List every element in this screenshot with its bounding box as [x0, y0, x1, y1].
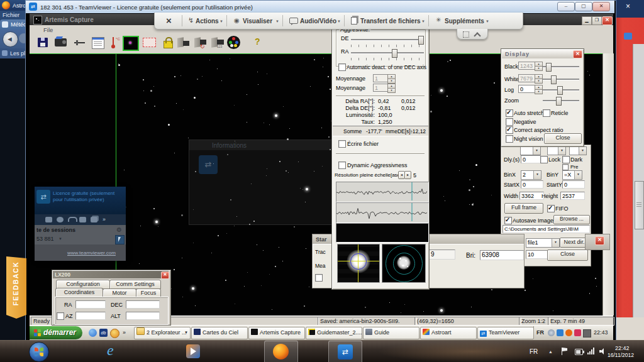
taskbar-button-teamviewer[interactable]: ⇄TeamViewer	[477, 327, 534, 339]
firefox-close-icon[interactable]: ×	[626, 3, 630, 10]
battery-icon[interactable]	[575, 349, 583, 355]
teamviewer-link[interactable]: www.teamviewer.com	[67, 251, 116, 256]
taskbar-button-explorateur[interactable]: 2 Explorateur ...▼	[134, 327, 191, 339]
save-button[interactable]	[35, 36, 52, 52]
loop-sequence-button[interactable]: 123	[210, 36, 226, 52]
startx-field[interactable]: 0	[521, 180, 543, 189]
video-icon[interactable]	[45, 217, 52, 222]
starty-field[interactable]: 0	[562, 180, 585, 189]
action-center-flag-icon[interactable]	[562, 348, 568, 355]
loop-exposure-button[interactable]	[176, 36, 192, 52]
tray-icon-5[interactable]	[583, 329, 591, 337]
fullscreen-icon[interactable]	[463, 31, 469, 38]
visualiser-menu[interactable]: Visualiser	[243, 18, 272, 25]
tray-icon-1[interactable]	[548, 329, 555, 336]
height-field[interactable]: 2537	[560, 192, 585, 200]
lx200-ra-field[interactable]	[75, 300, 106, 309]
firefox-back-button[interactable]: ◄	[3, 31, 18, 47]
display-close-button[interactable]: ✕	[573, 50, 582, 58]
star-close-button[interactable]: ✕	[595, 236, 604, 245]
black-slider-thumb[interactable]	[546, 63, 552, 72]
close-button[interactable]: ✕	[592, 2, 610, 11]
taskbar-button-artemis[interactable]: Artemis Capture	[248, 327, 305, 339]
lx200-close-button[interactable]: ✕	[161, 272, 169, 279]
autosave-checkbox[interactable]	[504, 217, 512, 224]
dynamic-aggressivness-checkbox[interactable]	[338, 162, 346, 169]
transfert-menu[interactable]: Transfert de fichiers	[360, 18, 421, 25]
taskbar-button-astroart[interactable]: Astroart	[420, 327, 477, 339]
camera-close-button[interactable]: Close	[547, 250, 588, 261]
session-close-icon[interactable]: ×	[166, 16, 172, 25]
firefox-taskbar-button[interactable]	[264, 341, 298, 362]
slider-tool-button[interactable]	[72, 36, 89, 52]
artemis-close-button[interactable]: ✕	[602, 16, 613, 25]
lx200-tab-comm-settings[interactable]: Comm Settings	[109, 280, 161, 289]
actions-menu[interactable]: Actions	[196, 18, 219, 25]
filetransfer-icon[interactable]	[91, 217, 97, 222]
teamviewer-titlebar[interactable]: ⇄ 182 301 453 - TeamViewer - Licence gra…	[26, 1, 614, 13]
taskbar-button-guide[interactable]: Guide	[363, 327, 419, 339]
xp-tray-lang[interactable]: FR	[536, 330, 544, 336]
lx200-titlebar[interactable]: LX200 ✕	[53, 271, 169, 278]
tray-show-hidden-icon[interactable]: ▲	[548, 349, 553, 354]
browse-button[interactable]: Browse ...	[553, 215, 590, 224]
taskbar-button-guidemaster[interactable]: Guidemaster_2....	[306, 327, 362, 339]
lx200-alt-field[interactable]	[126, 312, 160, 320]
image-vscrollbar[interactable]	[602, 53, 614, 315]
quicklaunch-more[interactable]: »	[123, 330, 126, 336]
de-slider-thumb[interactable]	[418, 36, 424, 45]
lx200-az-field[interactable]	[75, 312, 106, 320]
minimize-button[interactable]: –	[557, 2, 575, 11]
ie-taskbar-icon[interactable]: e	[107, 343, 114, 358]
xp-start-button[interactable]: démarrer	[30, 326, 82, 339]
artemis-restore-button[interactable]: ❐	[592, 16, 602, 25]
tray-icon-4[interactable]	[574, 329, 581, 336]
partial-combo-2[interactable]: ▼	[547, 146, 566, 155]
biny-combo[interactable]: =X▼	[562, 170, 582, 180]
pre-checkbox[interactable]	[562, 164, 569, 170]
night-vision-checkbox[interactable]	[506, 135, 513, 143]
reticle-checkbox[interactable]	[543, 109, 550, 117]
negative-checkbox[interactable]	[506, 118, 513, 126]
correct-aspect-checkbox[interactable]	[506, 126, 513, 134]
white-slider-thumb[interactable]	[551, 75, 557, 84]
binx-combo[interactable]: 2▼	[521, 170, 541, 180]
teamviewer-taskbar-button[interactable]: ⇄	[328, 341, 362, 362]
panel-gear-icon[interactable]: ⚙	[116, 227, 122, 233]
feedback-ribbon[interactable]: FEEDBACK	[6, 256, 26, 319]
dly-field[interactable]: 0	[521, 155, 541, 163]
ecrire-fichier-checkbox[interactable]	[338, 140, 346, 148]
dark-checkbox[interactable]	[562, 156, 570, 163]
session-id[interactable]: 53 881	[36, 236, 54, 242]
artemis-minimize-button[interactable]: ▁	[582, 16, 592, 25]
count-field[interactable]: 10	[526, 250, 548, 259]
width-field[interactable]: 3362	[519, 192, 544, 200]
camera-settings-button[interactable]	[53, 36, 70, 52]
capture-list-button[interactable]	[90, 36, 106, 52]
scrollbar-thumb[interactable]	[635, 181, 644, 229]
help-button[interactable]: ?	[251, 36, 267, 52]
tray-icon-3[interactable]	[565, 329, 572, 336]
file-combo[interactable]: file1▼	[526, 238, 560, 248]
lock-checkbox[interactable]	[540, 156, 548, 163]
lock-button[interactable]	[160, 35, 177, 51]
panel-more-icon[interactable]: »	[103, 217, 106, 222]
chat-icon[interactable]	[79, 217, 86, 222]
tray-icon-2[interactable]	[557, 329, 564, 336]
display-titlebar[interactable]: Display ✕	[502, 50, 582, 58]
de-slider[interactable]	[351, 39, 424, 40]
auto-deact-checkbox[interactable]	[338, 63, 346, 71]
ra-slider[interactable]	[351, 52, 424, 53]
page-scrollbar[interactable]	[633, 44, 644, 317]
firefox-menu-fichier[interactable]: Fichier	[3, 13, 19, 18]
taskbar-button-cartes-du-ciel[interactable]: Cartes du Ciel	[191, 327, 248, 339]
partial-combo-3[interactable]: ▼	[569, 146, 587, 155]
supplements-menu[interactable]: Suppléments	[445, 18, 484, 25]
speaker-icon[interactable]	[599, 348, 606, 354]
resolution-up-button[interactable]: ▸	[404, 171, 411, 179]
auto-stretch-checkbox[interactable]	[506, 109, 513, 117]
guide-star-button[interactable]	[122, 35, 138, 51]
win7-clock-time[interactable]: 22:42	[615, 346, 630, 351]
white-slider[interactable]	[543, 79, 579, 80]
fifo-checkbox[interactable]	[547, 205, 555, 212]
